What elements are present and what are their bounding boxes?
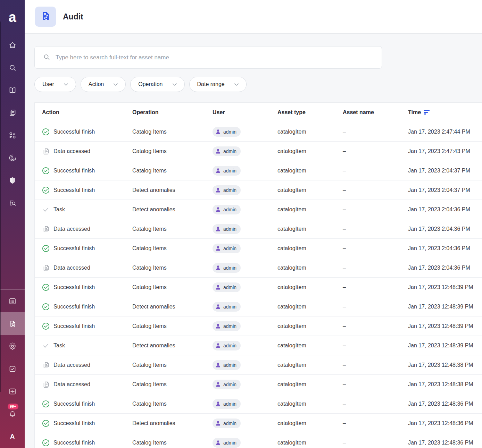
page-title: Audit (63, 12, 83, 22)
row-time: Jan 17, 2023 2:04:36 PM (408, 245, 482, 252)
action-status-icon (42, 245, 50, 252)
task-check-icon (42, 342, 50, 349)
user-pill[interactable]: admin (213, 399, 241, 409)
table-row[interactable]: Data accessed Catalog Items admin catalo… (35, 375, 482, 394)
row-asset-name: – (343, 323, 408, 329)
user-person-icon (215, 381, 221, 388)
row-operation: Detect anomalies (132, 304, 213, 310)
table-row[interactable]: Task Detect anomalies admin catalogItem … (35, 336, 482, 355)
table-row[interactable]: Successful finish Catalog Items admin ca… (35, 316, 482, 336)
sort-descending-icon[interactable] (424, 110, 431, 115)
search-box (34, 46, 382, 69)
user-pill[interactable]: admin (213, 321, 241, 331)
table-row[interactable]: Successful finish Catalog Items admin ca… (35, 394, 482, 414)
filter-operation-label: Operation (138, 81, 163, 87)
row-time: Jan 17, 2023 2:04:36 PM (408, 226, 482, 232)
sidebar-item-audit[interactable] (0, 312, 25, 335)
user-pill[interactable]: admin (213, 302, 241, 312)
table-row[interactable]: Task Detect anomalies admin catalogItem … (35, 200, 482, 219)
user-pill[interactable]: admin (213, 438, 241, 448)
user-pill[interactable]: admin (213, 282, 241, 292)
filter-date-range[interactable]: Date range (189, 77, 247, 92)
sidebar-item-insights[interactable] (0, 124, 25, 146)
user-pill[interactable]: admin (213, 224, 241, 234)
action-status-icon (42, 206, 50, 213)
table-row[interactable]: Successful finish Detect anomalies admin… (35, 180, 482, 200)
user-pill[interactable]: admin (213, 185, 241, 195)
search-input[interactable] (56, 54, 373, 61)
table-row[interactable]: Successful finish Catalog Items admin ca… (35, 122, 482, 142)
sidebar-item-monitor[interactable] (0, 380, 25, 403)
table-row[interactable]: Successful finish Detect anomalies admin… (35, 414, 482, 433)
table-row[interactable]: Data accessed Catalog Items admin catalo… (35, 219, 482, 239)
user-pill[interactable]: admin (213, 127, 241, 137)
sidebar-item-runs[interactable] (0, 290, 25, 312)
row-asset-type: catalogItem (277, 168, 343, 174)
user-pill[interactable]: admin (213, 244, 241, 253)
user-pill[interactable]: admin (213, 166, 241, 176)
row-operation: Detect anomalies (132, 187, 213, 193)
row-asset-type: catalogItem (277, 401, 343, 407)
row-operation: Catalog Items (132, 168, 213, 174)
sidebar-item-settings[interactable] (0, 335, 25, 357)
action-status-icon (42, 167, 50, 175)
table-row[interactable]: Successful finish Catalog Items admin ca… (35, 239, 482, 258)
user-person-icon (215, 148, 221, 154)
row-user-label: admin (223, 285, 236, 290)
user-person-icon (215, 245, 221, 252)
notification-badge: 99+ (8, 404, 18, 409)
sidebar-item-glossary[interactable] (0, 79, 25, 101)
table-row[interactable]: Successful finish Detect anomalies admin… (35, 297, 482, 316)
app-logo[interactable]: a (0, 0, 25, 34)
table-row[interactable]: Data accessed Catalog Items admin catalo… (35, 355, 482, 375)
sidebar-item-search[interactable] (0, 56, 25, 79)
table-row[interactable]: Data accessed Catalog Items admin catalo… (35, 142, 482, 161)
sidebar-item-home[interactable] (0, 34, 25, 56)
row-user-label: admin (223, 265, 236, 271)
user-person-icon (215, 401, 221, 407)
table-row[interactable]: Successful finish Catalog Items admin ca… (35, 433, 482, 448)
audit-icon (8, 320, 17, 328)
filter-user[interactable]: User (34, 77, 76, 92)
user-pill[interactable]: admin (213, 205, 241, 214)
user-pill[interactable]: admin (213, 360, 241, 370)
user-pill[interactable]: admin (213, 419, 241, 428)
user-pill[interactable]: admin (213, 380, 241, 389)
sidebar-item-security[interactable] (0, 169, 25, 192)
filter-action[interactable]: Action (81, 77, 126, 92)
spiral-icon (8, 154, 17, 162)
filter-operation[interactable]: Operation (130, 77, 184, 92)
success-check-icon (42, 439, 50, 447)
table-row[interactable]: Data accessed Catalog Items admin catalo… (35, 258, 482, 278)
table-row[interactable]: Successful finish Catalog Items admin ca… (35, 278, 482, 297)
row-asset-name: – (343, 420, 408, 426)
user-pill[interactable]: admin (213, 146, 241, 156)
sidebar-scrollbar[interactable] (0, 22, 1, 392)
user-pill[interactable]: admin (213, 263, 241, 273)
chevron-down-icon (173, 81, 177, 87)
row-asset-name: – (343, 284, 408, 290)
user-person-icon (215, 343, 221, 349)
success-check-icon (42, 284, 50, 291)
table-row[interactable]: Successful finish Catalog Items admin ca… (35, 161, 482, 180)
row-time: Jan 17, 2023 12:48:38 PM (408, 381, 482, 388)
user-pill[interactable]: admin (213, 341, 241, 350)
avatar[interactable]: A (0, 425, 25, 448)
sidebar-item-notifications[interactable]: 99+ (0, 403, 25, 425)
row-operation: Catalog Items (132, 362, 213, 368)
action-status-icon (42, 225, 50, 233)
success-check-icon (42, 400, 50, 408)
sidebar-item-assets[interactable] (0, 101, 25, 124)
row-user-label: admin (223, 207, 236, 212)
user-person-icon (215, 420, 221, 426)
sidebar-item-lineage[interactable] (0, 146, 25, 169)
row-operation: Catalog Items (132, 284, 213, 290)
chevron-down-icon (234, 81, 239, 87)
row-action-label: Data accessed (53, 226, 90, 232)
row-action-label: Successful finish (53, 284, 95, 290)
column-header-asset-type: Asset type (277, 109, 343, 116)
row-asset-type: catalogItem (277, 323, 343, 329)
row-action-label: Successful finish (53, 129, 95, 135)
sidebar-item-tasks[interactable] (0, 357, 25, 380)
sidebar-item-query-logs[interactable] (0, 192, 25, 214)
